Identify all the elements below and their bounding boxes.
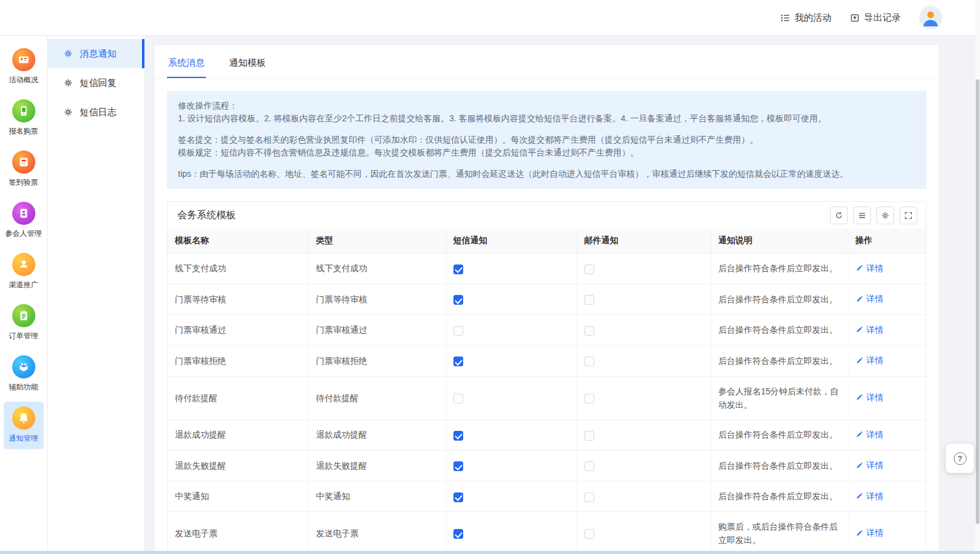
cell-type: 线下支付成功 — [308, 253, 446, 284]
detail-link[interactable]: 详情 — [856, 323, 884, 336]
edit-pencil-icon — [856, 529, 864, 537]
cell-type: 退款成功提醒 — [308, 419, 446, 450]
email-checkbox[interactable] — [584, 326, 594, 336]
tab-bar: 系统消息 通知模板 — [155, 45, 939, 79]
col-template-name: 模板名称 — [168, 229, 308, 253]
table-card-header: 会务系统模板 — [168, 202, 926, 229]
detail-link[interactable]: 详情 — [856, 292, 884, 305]
sidebar-item-notification-management[interactable]: 通知管理 — [4, 402, 44, 449]
notice-sign-rule: 签名提交：提交与签名相关的彩色营业执照复印件（可添加水印：仅供短信认证使用）。每… — [178, 133, 915, 146]
cell-desc: 参会人报名15分钟后未付款，自动发出。 — [711, 376, 848, 419]
submenu-sidebar: 消息通知 短信回复 短信日志 — [48, 36, 145, 554]
sms-checkbox[interactable] — [453, 492, 463, 502]
gear-icon — [63, 78, 73, 88]
app-sidebar: 活动概况 报名购票 签到验票 参会人管理 渠道推广 订单管理 辅 — [0, 36, 48, 554]
sidebar-item-auxiliary-functions[interactable]: 辅助功能 — [4, 350, 44, 398]
sidebar-item-order-management[interactable]: 订单管理 — [4, 299, 44, 347]
notice-flow-title: 修改操作流程： — [178, 99, 915, 112]
export-icon — [850, 13, 860, 23]
detail-link[interactable]: 详情 — [856, 391, 884, 404]
sidebar-item-register-ticket[interactable]: 报名购票 — [4, 94, 44, 142]
table-row: 线下支付成功 线下支付成功 后台操作符合条件后立即发出。 详情 — [168, 253, 926, 284]
sidebar-item-channel-promotion[interactable]: 渠道推广 — [4, 248, 44, 296]
detail-link[interactable]: 详情 — [856, 526, 884, 539]
email-checkbox[interactable] — [584, 431, 594, 441]
content-card: 系统消息 通知模板 修改操作流程： 1. 设计短信内容模板。2. 将模板内容在至… — [155, 45, 939, 554]
submenu-item-sms-log[interactable]: 短信日志 — [48, 98, 144, 127]
refresh-button[interactable] — [830, 207, 848, 224]
detail-link[interactable]: 详情 — [856, 261, 884, 275]
sms-checkbox[interactable] — [453, 357, 463, 366]
cell-type: 门票等待审核 — [308, 284, 446, 315]
user-avatar[interactable] — [919, 6, 942, 29]
sidebar-item-label: 报名购票 — [9, 126, 38, 137]
sms-checkbox[interactable] — [453, 265, 463, 274]
cell-desc: 后台操作符合条件后立即发出。 — [711, 419, 848, 450]
edit-pencil-icon — [856, 461, 864, 469]
density-icon — [857, 211, 867, 220]
sidebar-item-checkin-verify[interactable]: 签到验票 — [4, 146, 44, 193]
notice-tips: tips：由于每场活动的名称、地址、签名可能不同，因此在首次发送门票、通知时会延… — [178, 168, 915, 180]
top-header-bar: 我的活动 导出记录 — [0, 0, 980, 36]
email-checkbox[interactable] — [584, 492, 594, 502]
sidebar-item-label: 活动概况 — [9, 75, 38, 85]
cell-desc: 后台操作符合条件后立即发出。 — [711, 253, 848, 284]
sidebar-item-label: 参会人管理 — [5, 229, 42, 239]
cell-template-name: 门票审核通过 — [168, 314, 308, 346]
cell-type: 门票审核通过 — [308, 314, 446, 346]
main-content: 系统消息 通知模板 修改操作流程： 1. 设计短信内容模板。2. 将模板内容在至… — [145, 36, 980, 554]
email-checkbox[interactable] — [584, 394, 594, 403]
avatar-person-icon — [919, 6, 942, 29]
sms-checkbox[interactable] — [453, 326, 463, 336]
edit-pencil-icon — [856, 264, 864, 272]
detail-link[interactable]: 详情 — [856, 489, 884, 503]
submenu-item-sms-reply[interactable]: 短信回复 — [48, 68, 144, 98]
table-settings-button[interactable] — [876, 207, 894, 224]
tab-system-message[interactable]: 系统消息 — [167, 52, 206, 78]
cell-desc: 后台操作符合条件后立即发出。 — [711, 346, 848, 377]
table-row: 发送电子票 发送电子票 购票后，或后台操作符合条件后立即发出。 详情 — [168, 512, 926, 554]
notice-box: 修改操作流程： 1. 设计短信内容模板。2. 将模板内容在至少2个工作日之前提交… — [167, 91, 926, 189]
fullscreen-button[interactable] — [900, 207, 917, 224]
vertical-scrollbar-thumb[interactable] — [976, 79, 979, 524]
table-row: 退款失败提醒 退款失败提醒 后台操作符合条件后立即发出。 详情 — [168, 450, 926, 481]
question-icon: ? — [954, 452, 967, 465]
sms-checkbox[interactable] — [453, 394, 463, 403]
table-toolbar — [830, 207, 917, 224]
col-sms-notice: 短信通知 — [446, 229, 577, 253]
sidebar-item-activity-overview[interactable]: 活动概况 — [4, 43, 44, 91]
email-checkbox[interactable] — [584, 295, 594, 305]
sms-checkbox[interactable] — [453, 461, 463, 471]
detail-link[interactable]: 详情 — [856, 353, 884, 367]
sidebar-item-attendee-management[interactable]: 参会人管理 — [4, 197, 44, 244]
vertical-scrollbar-track — [975, 0, 980, 554]
cell-template-name: 门票审核拒绝 — [168, 346, 308, 377]
export-records-button[interactable]: 导出记录 — [850, 12, 901, 24]
fullscreen-icon — [904, 211, 913, 220]
horizontal-scrollbar-thumb[interactable] — [0, 551, 980, 554]
cell-template-name: 线下支付成功 — [168, 253, 308, 284]
edit-pencil-icon — [856, 357, 864, 364]
density-button[interactable] — [853, 207, 871, 224]
detail-link[interactable]: 详情 — [856, 428, 884, 441]
sms-checkbox[interactable] — [453, 529, 463, 539]
list-icon — [780, 13, 790, 23]
submenu-item-message-notice[interactable]: 消息通知 — [48, 39, 144, 68]
tab-notice-template[interactable]: 通知模板 — [228, 52, 267, 78]
email-checkbox[interactable] — [584, 357, 594, 366]
detail-link[interactable]: 详情 — [856, 458, 884, 472]
table-row: 退款成功提醒 退款成功提醒 后台操作符合条件后立即发出。 详情 — [168, 419, 926, 450]
export-records-label: 导出记录 — [864, 12, 901, 24]
table-header-row: 模板名称 类型 短信通知 邮件通知 通知说明 操作 — [168, 229, 926, 253]
order-management-icon — [12, 304, 35, 327]
col-notice-desc: 通知说明 — [711, 229, 848, 253]
my-activities-button[interactable]: 我的活动 — [780, 12, 831, 24]
sms-checkbox[interactable] — [453, 295, 463, 305]
email-checkbox[interactable] — [584, 529, 594, 539]
email-checkbox[interactable] — [584, 265, 594, 274]
sms-checkbox[interactable] — [453, 431, 463, 441]
email-checkbox[interactable] — [584, 461, 594, 471]
my-activities-label: 我的活动 — [795, 12, 831, 24]
cell-template-name: 待付款提醒 — [168, 376, 308, 419]
help-button[interactable]: ? — [946, 444, 974, 473]
